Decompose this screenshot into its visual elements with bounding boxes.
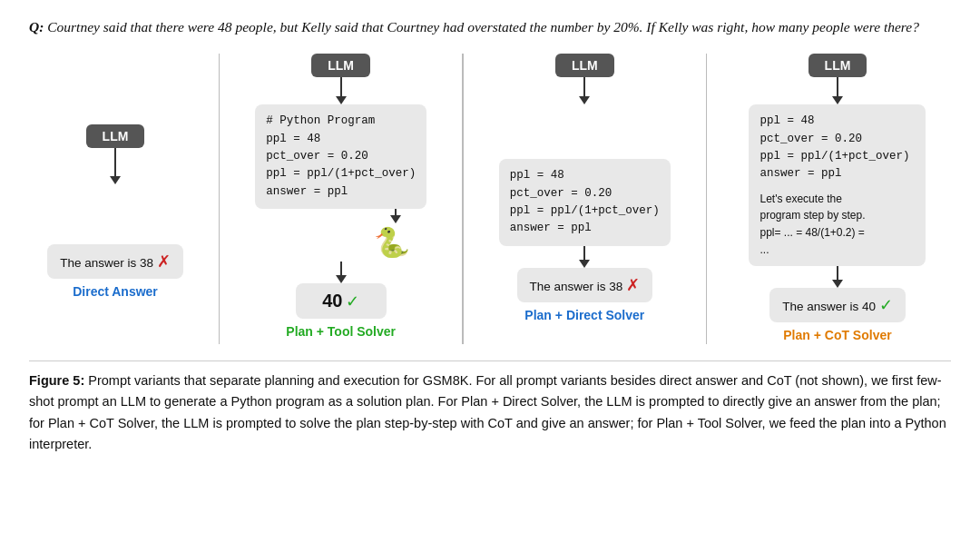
col1-cross: ✗: [157, 252, 171, 271]
col3-code-box: ppl = 48 pct_over = 0.20 ppl = ppl/(1+pc…: [499, 159, 671, 246]
col1-label: Direct Answer: [73, 284, 158, 299]
col2-code-line1: # Python Program: [266, 113, 416, 130]
vsep2: [462, 54, 464, 344]
col2-check: ✓: [346, 292, 359, 311]
col2-code-line3: pct_over = 0.20: [266, 148, 416, 165]
question-text: Courtney said that there were 48 people,…: [47, 19, 919, 35]
question: Q: Courtney said that there were 48 peop…: [29, 16, 951, 37]
col4-result-box: The answer is 40 ✓: [769, 288, 906, 322]
col3-label: Plan + Direct Solver: [524, 308, 644, 322]
col3-result-text: The answer is 38: [530, 280, 623, 293]
col4-code-top-line2: pct_over = 0.20: [760, 131, 915, 148]
col2-code-line5: answer = ppl: [266, 183, 416, 201]
vsep3: [706, 54, 708, 344]
col4-code-top-line4: answer = ppl: [760, 165, 915, 183]
col3-result-box: The answer is 38 ✗: [517, 268, 653, 302]
col3-code-line4: answer = ppl: [510, 220, 660, 237]
col1-result-box: The answer is 38 ✗: [47, 244, 183, 279]
col2-python-emoji: 🐍: [374, 225, 410, 260]
col3-cross: ✗: [626, 276, 640, 294]
col2-code-box: # Python Program ppl = 48 pct_over = 0.2…: [255, 104, 426, 209]
col4-code-bottom-line1: Let's execute the: [760, 191, 915, 208]
col4-code-bottom-line2: program step by step.: [760, 207, 915, 224]
col2-label: Plan + Tool Solver: [286, 324, 396, 339]
diagram: LLM The answer is 38 ✗ Direct Answer LLM…: [29, 54, 951, 344]
col4-label: Plan + CoT Solver: [783, 328, 891, 342]
col4-check: ✓: [879, 296, 893, 314]
col4-code-top-line3: ppl = ppl/(1+pct_over): [760, 148, 915, 165]
caption: Figure 5: Prompt variants that separate …: [29, 360, 951, 455]
col4-code-box: ppl = 48 pct_over = 0.20 ppl = ppl/(1+pc…: [749, 104, 926, 266]
col2: LLM # Python Program ppl = 48 pct_over =…: [237, 54, 446, 339]
col4-code-bottom-line4: ...: [760, 242, 915, 259]
col4-code-bottom-line3: ppl= ... = 48/(1+0.2) =: [760, 224, 915, 242]
vsep1: [219, 54, 220, 344]
col1-result-text: The answer is 38: [60, 256, 153, 270]
col3-code-line1: ppl = 48: [510, 167, 660, 184]
col2-code-line2: ppl = 48: [266, 131, 416, 148]
caption-text: Prompt variants that separate planning a…: [29, 373, 946, 451]
col3: LLM ppl = 48 pct_over = 0.20 ppl = ppl/(…: [480, 54, 689, 322]
col2-result-box: 40 ✓: [296, 283, 387, 319]
col1-llm-box: LLM: [86, 124, 145, 148]
col4-code-top-line1: ppl = 48: [760, 113, 915, 130]
col3-llm-box: LLM: [555, 54, 614, 77]
col2-result-number: 40: [322, 291, 342, 311]
col2-code-line4: ppl = ppl/(1+pct_over): [266, 165, 416, 183]
col4: LLM ppl = 48 pct_over = 0.20 ppl = ppl/(…: [724, 54, 951, 342]
col4-result-text: The answer is 40: [782, 300, 876, 313]
q-label: Q:: [29, 19, 47, 35]
col1: LLM The answer is 38 ✗ Direct Answer: [29, 54, 201, 299]
figure-label: Figure 5:: [29, 373, 84, 388]
col3-code-line3: ppl = ppl/(1+pct_over): [510, 202, 660, 220]
col2-llm-box: LLM: [311, 54, 370, 77]
col4-llm-box: LLM: [808, 54, 867, 77]
col3-code-line2: pct_over = 0.20: [510, 185, 660, 202]
